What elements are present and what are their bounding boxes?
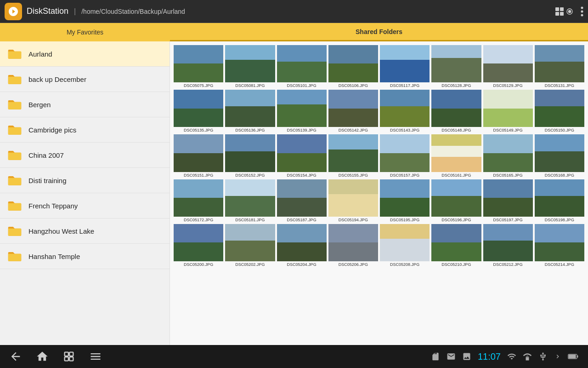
status-bar: 11:07 — [431, 351, 579, 362]
sidebar-item-label: back up December — [28, 75, 86, 83]
svg-rect-0 — [555, 7, 559, 11]
photo-item[interactable]: DSC05181.JPG — [225, 179, 275, 222]
folder-icon — [7, 123, 22, 136]
photo-item[interactable]: DSC05139.JPG — [277, 90, 327, 132]
folder-icon — [7, 98, 22, 111]
sidebar-item-french-teppany[interactable]: French Teppany — [0, 193, 170, 218]
photo-filename: DSC05214.JPG — [545, 262, 574, 267]
photo-thumbnail — [380, 179, 430, 217]
photo-filename: DSC05101.JPG — [287, 83, 317, 88]
usb-icon — [538, 352, 548, 361]
photo-item[interactable]: DSC05152.JPG — [225, 134, 275, 177]
photo-item[interactable]: DSC05129.JPG — [483, 45, 533, 88]
photo-item[interactable]: DSC05206.JPG — [328, 224, 378, 267]
forward-icon — [554, 352, 561, 361]
sidebar-item-aurland[interactable]: Aurland — [0, 41, 170, 67]
more-options-button[interactable] — [581, 6, 583, 17]
photo-item[interactable]: DSC05081.JPG — [225, 45, 275, 88]
photo-item[interactable]: DSC05135.JPG — [174, 90, 223, 132]
folder-icon — [7, 73, 22, 86]
photo-item[interactable]: DSC05168.JPG — [535, 134, 584, 177]
photo-grid-container[interactable]: DSC05075.JPGDSC05081.JPGDSC05101.JPGDSC0… — [170, 41, 588, 345]
photo-item[interactable]: DSC05212.JPG — [483, 224, 533, 267]
folder-icon — [7, 250, 22, 263]
photo-filename: DSC05200.JPG — [184, 262, 213, 267]
tab-bar: My Favorites Shared Folders — [0, 23, 588, 41]
photo-thumbnail — [174, 134, 223, 172]
svg-rect-13 — [526, 357, 529, 361]
photo-filename: DSC05150.JPG — [545, 128, 574, 132]
photo-grid: DSC05075.JPGDSC05081.JPGDSC05101.JPGDSC0… — [174, 45, 584, 267]
photo-item[interactable]: DSC05106.JPG — [328, 45, 378, 88]
folder-icon — [7, 199, 22, 212]
photo-filename: DSC05165.JPG — [493, 173, 523, 178]
photo-item[interactable]: DSC05136.JPG — [225, 90, 275, 132]
photo-item[interactable]: DSC05210.JPG — [431, 224, 481, 267]
photo-item[interactable]: DSC05131.JPG — [535, 45, 584, 88]
photo-thumbnail — [380, 224, 430, 261]
photo-item[interactable]: DSC05194.JPG — [328, 179, 378, 222]
photo-item[interactable]: DSC05202.JPG — [225, 224, 275, 267]
sidebar-item-china-2007[interactable]: China 2007 — [0, 143, 170, 168]
photo-item[interactable]: DSC05117.JPG — [380, 45, 430, 88]
photo-item[interactable]: DSC05187.JPG — [277, 179, 327, 222]
sidebar-item-back-up-december[interactable]: back up December — [0, 67, 170, 92]
photo-filename: DSC05157.JPG — [390, 173, 419, 178]
photo-thumbnail — [483, 179, 533, 217]
folder-icon — [7, 224, 22, 237]
photo-item[interactable]: DSC05150.JPG — [535, 90, 584, 132]
app-icon — [5, 3, 22, 20]
photo-thumbnail — [328, 134, 378, 172]
photo-item[interactable]: DSC05204.JPG — [277, 224, 327, 267]
photo-item[interactable]: DSC05155.JPG — [328, 134, 378, 177]
photo-filename: DSC05168.JPG — [545, 173, 574, 178]
back-button[interactable] — [9, 350, 22, 363]
tab-shared-folders[interactable]: Shared Folders — [170, 23, 588, 41]
photo-item[interactable]: DSC05197.JPG — [483, 179, 533, 222]
svg-rect-3 — [560, 12, 564, 16]
photo-item[interactable]: DSC05208.JPG — [380, 224, 430, 267]
sidebar-item-bergen[interactable]: Bergen — [0, 92, 170, 117]
signal-icon — [523, 352, 532, 361]
photo-item[interactable]: DSC05198.JPG — [535, 179, 584, 222]
photo-thumbnail — [380, 90, 430, 127]
menu-button[interactable] — [89, 350, 102, 363]
photo-item[interactable]: DSC05165.JPG — [483, 134, 533, 177]
sidebar-item-disti-training[interactable]: Disti training — [0, 168, 170, 193]
photo-item[interactable]: DSC05143.JPG — [380, 90, 430, 132]
svg-point-8 — [581, 14, 583, 16]
sidebar-item-hangzhou-west-lake[interactable]: Hangzhou West Lake — [0, 218, 170, 244]
photo-filename: DSC05131.JPG — [545, 83, 574, 88]
photo-item[interactable]: DSC05142.JPG — [328, 90, 378, 132]
sidebar-item-cambridge-pics[interactable]: Cambridge pics — [0, 117, 170, 143]
sidebar-item-label: Bergen — [28, 101, 51, 109]
photo-thumbnail — [277, 90, 327, 127]
photo-item[interactable]: DSC05200.JPG — [174, 224, 223, 267]
photo-item[interactable]: DSC05075.JPG — [174, 45, 223, 88]
path-separator: | — [74, 7, 76, 16]
recent-apps-button[interactable] — [62, 350, 75, 363]
top-bar: DiskStation | /home/CloudStation/Backup/… — [0, 0, 588, 23]
photo-item[interactable]: DSC05148.JPG — [431, 90, 481, 132]
top-bar-actions — [554, 6, 583, 17]
tab-my-favorites[interactable]: My Favorites — [0, 23, 170, 41]
photo-filename: DSC05198.JPG — [545, 218, 574, 222]
home-button[interactable] — [36, 350, 49, 363]
photo-item[interactable]: DSC05172.JPG — [174, 179, 223, 222]
photo-item[interactable]: DSC05128.JPG — [431, 45, 481, 88]
photo-item[interactable]: DSC05214.JPG — [535, 224, 584, 267]
photo-item[interactable]: DSC05195.JPG — [380, 179, 430, 222]
photo-thumbnail — [174, 224, 223, 261]
photo-item[interactable]: DSC05161.JPG — [431, 134, 481, 177]
photo-item[interactable]: DSC05151.JPG — [174, 134, 223, 177]
photo-item[interactable]: DSC05196.JPG — [431, 179, 481, 222]
view-toggle-button[interactable] — [554, 6, 573, 17]
photo-item[interactable]: DSC05154.JPG — [277, 134, 327, 177]
photo-item[interactable]: DSC05149.JPG — [483, 90, 533, 132]
svg-rect-12 — [69, 357, 73, 361]
photo-item[interactable]: DSC05101.JPG — [277, 45, 327, 88]
sidebar-item-hanshan-temple[interactable]: Hanshan Temple — [0, 244, 170, 269]
photo-item[interactable]: DSC05157.JPG — [380, 134, 430, 177]
photo-filename: DSC05196.JPG — [441, 218, 471, 222]
photo-thumbnail — [328, 90, 378, 127]
